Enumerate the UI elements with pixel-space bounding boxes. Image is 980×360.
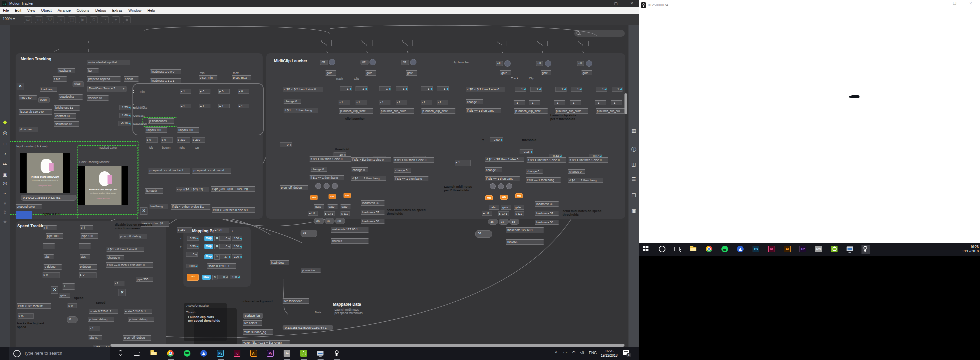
object-box[interactable]: -	[43, 243, 55, 249]
object-box[interactable]: change 0	[284, 99, 301, 104]
number-box[interactable]: ▶0.	[218, 89, 230, 94]
number-box[interactable]: 1◀	[612, 87, 622, 92]
taskbar2-nordvpn[interactable]	[737, 246, 744, 253]
number-box[interactable]: 1◀	[421, 86, 433, 91]
number-box[interactable]: ▶120	[214, 228, 229, 233]
object-box[interactable]: - 1	[514, 100, 525, 105]
object-box[interactable]: jit.window	[270, 260, 289, 265]
object-box[interactable]: - 1	[554, 100, 565, 105]
toggle[interactable]: ✕	[51, 286, 58, 294]
number-box[interactable]: 1.55◀	[119, 105, 131, 110]
object-box[interactable]: gate	[501, 205, 511, 210]
object-box[interactable]: change 0	[310, 167, 327, 172]
object-box[interactable]: pipe 100	[81, 233, 98, 238]
object-box[interactable]: - 1	[529, 100, 540, 105]
object-box[interactable]: brightness $1	[54, 105, 80, 110]
object-box[interactable]: route vdevlist inputlist	[87, 60, 130, 66]
object-box[interactable]: - 1	[355, 100, 367, 105]
object-box[interactable]: jit.window	[301, 268, 321, 273]
message-box[interactable]: 36	[476, 230, 492, 238]
message-box[interactable]: 0.14902 0.356863 0.827451	[21, 195, 76, 201]
object-box[interactable]: noteout	[506, 239, 544, 245]
bang-button[interactable]	[332, 183, 338, 189]
favorites-icon[interactable]: ★	[2, 218, 9, 226]
taskbar2-task-view[interactable]	[675, 246, 682, 253]
menu-extras[interactable]: Extras	[109, 7, 126, 13]
object-box[interactable]: -	[79, 243, 91, 249]
object-box[interactable]: scale 0 320 0. 1.	[89, 309, 118, 314]
message-box[interactable]: off	[577, 61, 584, 66]
patcher-canvas[interactable]: Motion TrackingMidi/Clip LaucherSpeed Tr…	[0, 25, 639, 344]
number-box[interactable]: 1◀	[355, 86, 368, 91]
list-view-icon[interactable]: ☰	[630, 176, 638, 183]
number-box[interactable]: ▶C#1	[498, 211, 509, 216]
dial[interactable]	[329, 59, 335, 66]
number-box[interactable]: 1◀	[555, 87, 566, 92]
taskbar2-photoshop[interactable]: Ps	[752, 246, 760, 253]
number-box[interactable]: 100◀	[230, 275, 240, 279]
message-box[interactable]: 36	[314, 218, 324, 224]
map-button[interactable]: Map	[204, 236, 213, 241]
on-message[interactable]: on	[344, 193, 351, 198]
taskbar2-airdroid[interactable]	[831, 246, 838, 253]
taskbar2-chrome[interactable]	[706, 246, 713, 253]
message-box[interactable]: off	[401, 60, 409, 65]
object-box[interactable]: change 0	[485, 167, 502, 172]
taskbar-chrome[interactable]	[167, 350, 174, 357]
number-box[interactable]: 100◀	[232, 254, 242, 259]
object-box[interactable]: change 0	[352, 167, 368, 172]
attachment-icon[interactable]: ✇	[2, 180, 9, 187]
message-box[interactable]: 38	[335, 218, 345, 224]
object-box[interactable]: +	[62, 283, 75, 290]
number-box[interactable]: 1◀	[396, 86, 408, 91]
taskbar-ableton-live[interactable]: Live	[284, 350, 291, 357]
taskbar2-file-explorer[interactable]	[690, 246, 697, 253]
on-message[interactable]: on	[500, 195, 508, 200]
object-box[interactable]: if $i1 == 1 then bang	[284, 108, 318, 114]
wifi-icon[interactable]: ◠	[572, 350, 576, 355]
object-box[interactable]: change 0	[526, 169, 542, 174]
message-box[interactable]: clear	[73, 82, 84, 87]
toggle[interactable]: ✕	[215, 244, 220, 249]
message-box[interactable]: 38	[509, 219, 519, 225]
object-box[interactable]: if $f1 > $i2 then 1 else 0	[351, 157, 391, 162]
object-box[interactable]: if $i1 == 1 then bang	[394, 176, 428, 181]
message-box[interactable]: surface_bg	[243, 313, 263, 319]
message-box[interactable]: 0	[67, 316, 78, 323]
object-box[interactable]: t i i	[43, 225, 57, 230]
object-box[interactable]: getvdevlist	[59, 94, 83, 100]
taskbar-illustrator[interactable]: Ai	[250, 350, 258, 357]
number-box[interactable]: 1◀	[515, 87, 526, 92]
toggle[interactable]: ✕	[140, 207, 148, 215]
number-box[interactable]: ▶0	[68, 303, 77, 308]
taskbar2-indesign[interactable]: Id	[768, 246, 776, 253]
object-box[interactable]: p time_debug	[88, 317, 114, 322]
tray-chevron[interactable]: ^	[555, 350, 557, 355]
object-box[interactable]: gate	[514, 205, 524, 210]
number-box[interactable]: 100◀	[232, 244, 242, 249]
object-box[interactable]: p on_off_debug	[123, 335, 151, 341]
taskbar-performance-monitor[interactable]	[317, 350, 324, 357]
on-message[interactable]: on	[485, 195, 493, 200]
object-box[interactable]: gate	[500, 70, 511, 75]
object-box[interactable]: p launch_clip_slote	[422, 108, 455, 114]
toggle[interactable]: ✕	[212, 275, 217, 280]
bang-button[interactable]	[490, 183, 496, 189]
object-box[interactable]: p launch_clip_slote	[339, 108, 373, 114]
object-box[interactable]: abs	[80, 254, 90, 259]
clock[interactable]: 16:2619/12/2018	[598, 349, 620, 358]
object-box[interactable]: scale 0 240 0. 1.	[124, 309, 152, 314]
menu-options[interactable]: Options	[73, 7, 92, 13]
taskbar2-cortana[interactable]	[659, 246, 666, 253]
message-box[interactable]: 37	[499, 219, 509, 225]
dial[interactable]	[504, 60, 511, 67]
windows-search[interactable]: Type here to search	[9, 347, 110, 360]
object-box[interactable]: gate	[582, 70, 592, 75]
taskbar-nordvpn[interactable]	[200, 350, 208, 357]
object-box[interactable]: metro 50	[19, 95, 37, 100]
object-box[interactable]: live.thisdevice	[283, 298, 309, 304]
number-box[interactable]: 0.16◀	[520, 149, 533, 154]
taskbar2-premiere[interactable]: Pr	[800, 246, 807, 253]
right-minimize-button[interactable]: –	[932, 0, 945, 7]
taskbar-photoshop[interactable]: Ps	[217, 350, 224, 357]
